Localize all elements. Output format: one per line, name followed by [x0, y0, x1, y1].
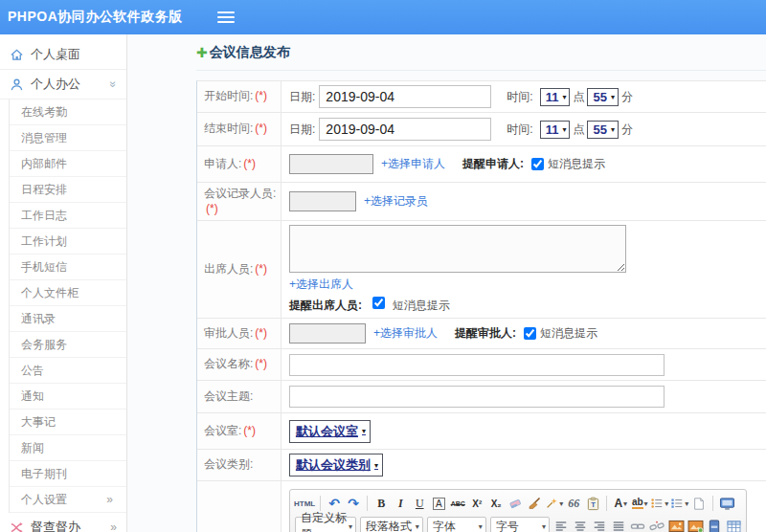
start-date-input[interactable]: [319, 85, 491, 108]
sms-remind-checkbox[interactable]: [531, 158, 544, 170]
align-left-icon[interactable]: [552, 518, 570, 532]
meeting-form: 开始时间:(*) 日期: 时间: 11▾ 点 55▾ 分 结束时间:(*) 日期…: [196, 80, 766, 532]
sms-remind-checkbox[interactable]: [524, 327, 536, 340]
insert-media-icon[interactable]: [706, 518, 723, 532]
sidebar-item-desktop[interactable]: 个人桌面: [0, 40, 126, 70]
sidebar-item-schedule[interactable]: 日程安排: [10, 177, 126, 203]
sidebar-item-attendance[interactable]: 在线考勤: [10, 100, 126, 125]
recorder-input[interactable]: [289, 191, 356, 211]
underline-icon[interactable]: U: [411, 495, 428, 512]
blockquote-icon[interactable]: 66: [565, 495, 582, 512]
sidebar-item-news[interactable]: 新闻: [10, 435, 126, 461]
form-row-content-editor: HTML ↶ ↷ B I U A ABC X²: [197, 481, 766, 532]
applicant-input[interactable]: [289, 154, 373, 174]
sms-remind-checkbox[interactable]: [372, 297, 385, 309]
sidebar-item-supervision[interactable]: 督查督办 »: [0, 513, 126, 532]
strikethrough-icon[interactable]: ABC: [449, 495, 466, 512]
chevron-right-icon: »: [106, 487, 113, 512]
sidebar-item-messages[interactable]: 消息管理: [10, 125, 126, 151]
approver-input[interactable]: [289, 323, 366, 344]
sidebar-item-meeting-service[interactable]: 会务服务: [10, 332, 126, 358]
heading-select[interactable]: 自定义标题▾: [295, 517, 356, 532]
sidebar-item-notice[interactable]: 通知: [10, 384, 126, 410]
link-icon[interactable]: [629, 518, 646, 532]
meeting-category-select[interactable]: 默认会议类别▾: [289, 454, 383, 477]
form-row-end-time: 结束时间:(*) 日期: 时间: 11▾ 点 55▾ 分: [197, 113, 766, 146]
bold-icon[interactable]: B: [372, 495, 390, 512]
required-mark: (*): [255, 89, 267, 104]
start-minute-select[interactable]: 55▾: [587, 88, 618, 106]
sidebar-item-label: 个人桌面: [31, 46, 117, 63]
field-label: 会议室:: [204, 424, 241, 439]
upload-image-icon[interactable]: [687, 518, 704, 532]
choose-approver-link[interactable]: +选择审批人: [373, 325, 438, 342]
field-label: 开始时间:: [204, 89, 253, 104]
sidebar-item-file-cabinet[interactable]: 个人文件柜: [10, 280, 126, 306]
subscript-icon[interactable]: X₂: [487, 495, 505, 512]
choose-recorder-link[interactable]: +选择记录员: [364, 193, 428, 210]
required-mark: (*): [206, 202, 218, 217]
meeting-subject-input[interactable]: [289, 386, 665, 408]
sidebar-item-label: 个人办公: [31, 76, 103, 93]
end-minute-select[interactable]: 55▾: [587, 121, 618, 139]
font-size-select[interactable]: 字号▾: [490, 517, 550, 532]
form-row-start-time: 开始时间:(*) 日期: 时间: 11▾ 点 55▾ 分: [197, 81, 766, 113]
unordered-list-icon[interactable]: ▾: [670, 495, 688, 512]
sidebar-item-internal-mail[interactable]: 内部邮件: [10, 151, 126, 177]
page-header: ✚ 会议信息发布: [196, 34, 766, 71]
auto-format-icon[interactable]: ▾: [545, 495, 563, 512]
form-row-meeting-subject: 会议主题:: [197, 381, 766, 413]
fullscreen-icon[interactable]: [718, 495, 735, 512]
start-hour-select[interactable]: 11▾: [540, 88, 571, 106]
field-label: 会议记录人员:: [204, 187, 276, 202]
sidebar: 个人桌面 个人办公 » 在线考勤 消息管理 内部邮件 日程安排 工作日志 工作计…: [0, 34, 127, 532]
choose-attendees-link[interactable]: +选择出席人: [289, 277, 353, 293]
sidebar-item-e-journal[interactable]: 电子期刊: [10, 461, 126, 487]
align-center-icon[interactable]: [572, 518, 589, 532]
sidebar-item-contacts[interactable]: 通讯录: [10, 306, 126, 332]
sidebar-item-work-plan[interactable]: 工作计划: [10, 229, 126, 255]
choose-applicant-link[interactable]: +选择申请人: [381, 156, 445, 172]
align-right-icon[interactable]: [591, 518, 608, 532]
sms-remind-text: 短消息提示: [548, 156, 605, 172]
sidebar-item-work-log[interactable]: 工作日志: [10, 203, 126, 229]
insert-table-icon[interactable]: [725, 518, 742, 532]
paragraph-format-select[interactable]: 段落格式▾: [360, 517, 423, 532]
field-label: 出席人员:: [204, 262, 253, 277]
unlink-icon[interactable]: [648, 518, 665, 532]
caret-down-icon: ▾: [349, 522, 352, 531]
font-color-icon[interactable]: A▾: [612, 495, 629, 512]
font-background-icon[interactable]: A: [433, 498, 445, 510]
shuffle-icon: [10, 521, 24, 532]
sidebar-item-sms[interactable]: 手机短信: [10, 255, 126, 280]
align-justify-icon[interactable]: [610, 518, 627, 532]
sidebar-item-personal-settings[interactable]: 个人设置 »: [10, 487, 126, 513]
caret-down-icon: ▾: [542, 522, 546, 531]
paste-text-icon[interactable]: T: [584, 495, 601, 512]
user-icon: [10, 78, 24, 92]
caret-down-icon: ▾: [611, 125, 615, 134]
eraser-icon[interactable]: [507, 495, 524, 512]
end-hour-select[interactable]: 11▾: [540, 121, 571, 139]
ordered-list-icon[interactable]: ▾: [650, 495, 668, 512]
end-date-input[interactable]: [319, 118, 491, 141]
superscript-icon[interactable]: X²: [468, 495, 485, 512]
font-family-select[interactable]: 字体▾: [427, 517, 486, 532]
form-row-approver: 审批人员:(*) +选择审批人 提醒审批人: 短消息提示: [197, 319, 766, 349]
sidebar-item-memorabilia[interactable]: 大事记: [10, 410, 126, 435]
new-page-icon[interactable]: [690, 495, 708, 512]
italic-icon[interactable]: I: [392, 495, 409, 512]
hamburger-icon[interactable]: [217, 9, 235, 26]
format-brush-icon[interactable]: [526, 495, 543, 512]
sidebar-item-office[interactable]: 个人办公 »: [0, 70, 126, 100]
form-row-recorder: 会议记录人员:(*) +选择记录员: [197, 183, 766, 221]
highlight-icon[interactable]: ab▾: [631, 495, 648, 512]
meeting-room-select[interactable]: 默认会议室▾: [289, 420, 371, 443]
meeting-name-input[interactable]: [289, 354, 665, 376]
insert-image-icon[interactable]: [667, 518, 685, 532]
sidebar-item-announcement[interactable]: 公告: [10, 358, 126, 384]
attendees-textarea[interactable]: [289, 225, 626, 273]
minute-unit: 分: [621, 89, 633, 105]
editor-toolbar: HTML ↶ ↷ B I U A ABC X²: [289, 489, 747, 532]
chevron-double-down-icon: »: [107, 81, 121, 88]
